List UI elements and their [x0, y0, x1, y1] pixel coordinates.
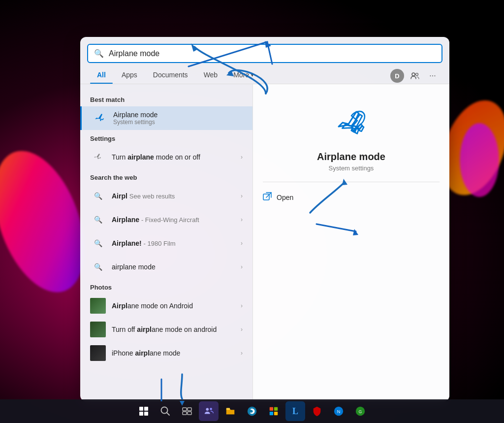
search-bar-icon: 🔍: [94, 49, 104, 58]
svg-text:N: N: [337, 409, 341, 414]
settings-airplane-text: Turn airplane mode on or off: [112, 153, 241, 161]
people-icon[interactable]: [408, 69, 422, 83]
svg-rect-16: [270, 407, 273, 411]
settings-airplane-title: Turn airplane mode on or off: [112, 153, 241, 161]
best-match-label: Best match: [80, 91, 252, 106]
web-chevron-4: ›: [241, 263, 243, 270]
photo-result-iphone-text: iPhone airplane mode: [112, 349, 241, 357]
photo-thumb-turn-off: [90, 322, 106, 337]
search-bar[interactable]: 🔍: [87, 44, 442, 63]
svg-point-13: [210, 408, 212, 410]
svg-rect-14: [226, 408, 230, 410]
web-search-icon-1: 🔍: [90, 188, 106, 204]
best-match-subtitle: System settings: [113, 119, 243, 126]
search-input[interactable]: [109, 49, 436, 58]
svg-rect-19: [274, 412, 278, 415]
svg-point-12: [206, 408, 209, 411]
photo-result-turn-off[interactable]: Turn off airplane mode on android ›: [80, 318, 252, 341]
taskbar: L N G: [0, 399, 504, 423]
taskbar-app9-button[interactable]: N: [329, 401, 348, 421]
web-result-airplane-mode-text: airplane mode: [112, 263, 241, 271]
photo-result-turn-off-text: Turn off airplane mode on android: [112, 325, 241, 333]
tab-web[interactable]: Web: [197, 68, 225, 84]
web-result-airpl-text: Airpl See web results: [112, 192, 241, 200]
airplane-mode-icon: [92, 110, 107, 126]
taskbar-app10-button[interactable]: G: [350, 401, 370, 421]
web-result-airplane-film-text: Airplane! - 1980 Film: [112, 239, 241, 247]
photo-result-android[interactable]: Airplane mode on Android ›: [80, 294, 252, 318]
svg-rect-17: [274, 407, 278, 411]
web-result-airplane-mode-title: airplane mode: [112, 263, 241, 271]
taskbar-file-explorer-button[interactable]: [220, 401, 240, 421]
photo-result-iphone-title: iPhone airplane mode: [112, 349, 241, 357]
tab-more[interactable]: More ▾: [226, 68, 260, 84]
web-result-airplane-film-title: Airplane! - 1980 Film: [112, 239, 241, 247]
taskbar-teams-button[interactable]: [199, 401, 219, 421]
taskbar-mcafee-button[interactable]: [307, 401, 327, 421]
web-result-airpl[interactable]: 🔍 Airpl See web results ›: [80, 184, 252, 208]
best-match-title: Airplane mode: [113, 111, 243, 119]
more-options-icon[interactable]: ···: [426, 69, 440, 83]
photo-chevron-3: ›: [241, 350, 243, 357]
user-avatar[interactable]: D: [390, 69, 404, 83]
tabs-bar: All Apps Documents Web More ▾ D ···: [80, 63, 449, 84]
settings-airplane-icon: [90, 149, 106, 165]
windows-logo-icon: [139, 407, 148, 416]
svg-point-4: [412, 73, 415, 76]
right-panel: Airplane mode System settings Open: [252, 84, 449, 399]
svg-rect-8: [183, 408, 187, 411]
svg-rect-18: [270, 412, 273, 415]
svg-point-15: [248, 407, 256, 416]
web-chevron-1: ›: [241, 193, 243, 199]
best-match-text: Airplane mode System settings: [113, 111, 243, 126]
photos-label: Photos: [80, 279, 252, 294]
web-search-icon-2: 🔍: [90, 212, 106, 228]
web-result-airpl-title: Airpl See web results: [112, 192, 241, 200]
web-chevron-3: ›: [241, 240, 243, 247]
taskbar-edge-button[interactable]: [242, 401, 262, 421]
svg-rect-11: [188, 412, 191, 415]
tab-all[interactable]: All: [90, 68, 113, 84]
web-result-airplane-mode[interactable]: 🔍 airplane mode ›: [80, 255, 252, 279]
tabs-right-actions: D ···: [390, 69, 440, 83]
open-label: Open: [277, 194, 293, 201]
taskbar-store-button[interactable]: [264, 401, 284, 421]
web-result-airplane-title: Airplane - Fixed-Wing Aircraft: [112, 216, 241, 224]
settings-chevron-icon: ›: [241, 154, 243, 161]
taskbar-start-button[interactable]: [134, 401, 154, 421]
taskbar-search-button[interactable]: [156, 401, 175, 421]
search-popup: 🔍 All Apps Documents Web More ▾ D ··· Be: [80, 37, 449, 401]
detail-open-action[interactable]: Open: [263, 190, 293, 205]
web-search-icon-3: 🔍: [90, 235, 106, 251]
detail-subtitle: System settings: [329, 164, 374, 172]
tab-apps[interactable]: Apps: [115, 68, 144, 84]
detail-airplane-icon: [332, 104, 371, 143]
svg-rect-10: [183, 412, 187, 415]
photo-result-android-title: Airplane mode on Android: [112, 302, 241, 310]
photo-thumb-iphone: [90, 345, 106, 361]
detail-divider: [263, 182, 440, 182]
detail-title: Airplane mode: [317, 151, 385, 163]
more-chevron-icon: ▾: [251, 72, 253, 78]
settings-label: Settings: [80, 130, 252, 145]
web-result-airplane-film[interactable]: 🔍 Airplane! - 1980 Film ›: [80, 231, 252, 255]
photo-chevron-2: ›: [241, 326, 243, 333]
web-result-airplane-text: Airplane - Fixed-Wing Aircraft: [112, 216, 241, 224]
bg-swirl-3: [460, 123, 499, 197]
photo-result-turn-off-title: Turn off airplane mode on android: [112, 325, 241, 333]
taskbar-task-view-button[interactable]: [177, 401, 197, 421]
photo-chevron-1: ›: [241, 302, 243, 309]
settings-airplane-toggle[interactable]: Turn airplane mode on or off ›: [80, 145, 252, 169]
open-external-icon: [263, 192, 272, 203]
web-result-airplane[interactable]: 🔍 Airplane - Fixed-Wing Aircraft ›: [80, 208, 252, 231]
photo-thumb-android: [90, 298, 106, 314]
svg-text:G: G: [359, 410, 362, 414]
taskbar-outlook-button[interactable]: L: [285, 401, 305, 421]
svg-point-5: [416, 73, 418, 76]
web-search-icon-4: 🔍: [90, 259, 106, 275]
content-area: Best match Airplane mode System settings…: [80, 84, 449, 399]
best-match-airplane-mode[interactable]: Airplane mode System settings: [80, 106, 252, 130]
tab-documents[interactable]: Documents: [146, 68, 195, 84]
photo-result-iphone[interactable]: iPhone airplane mode ›: [80, 341, 252, 365]
web-chevron-2: ›: [241, 216, 243, 223]
